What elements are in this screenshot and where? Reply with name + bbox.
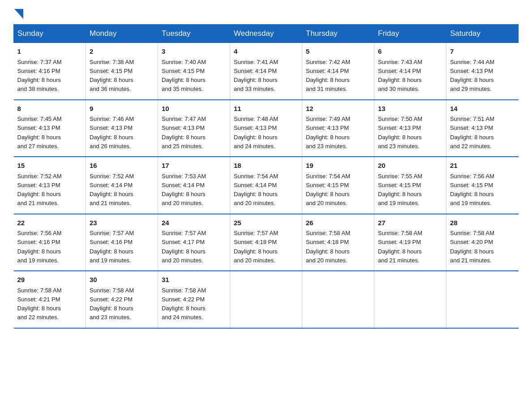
day-info: Sunrise: 7:58 AMSunset: 4:20 PMDaylight:…	[450, 230, 494, 264]
day-info: Sunrise: 7:37 AMSunset: 4:16 PMDaylight:…	[17, 59, 62, 93]
calendar-week-row: 22Sunrise: 7:56 AMSunset: 4:16 PMDayligh…	[14, 214, 519, 271]
calendar-cell: 6Sunrise: 7:43 AMSunset: 4:14 PMDaylight…	[374, 43, 446, 100]
day-number: 19	[306, 161, 370, 171]
day-number: 21	[450, 161, 515, 171]
calendar-cell: 13Sunrise: 7:50 AMSunset: 4:13 PMDayligh…	[374, 100, 446, 157]
calendar-cell: 18Sunrise: 7:54 AMSunset: 4:14 PMDayligh…	[230, 157, 302, 214]
day-info: Sunrise: 7:56 AMSunset: 4:16 PMDaylight:…	[17, 230, 62, 264]
day-info: Sunrise: 7:57 AMSunset: 4:16 PMDaylight:…	[90, 230, 134, 264]
day-number: 5	[306, 47, 370, 57]
day-info: Sunrise: 7:58 AMSunset: 4:22 PMDaylight:…	[90, 287, 134, 321]
day-info: Sunrise: 7:52 AMSunset: 4:14 PMDaylight:…	[90, 173, 134, 207]
calendar-cell: 29Sunrise: 7:58 AMSunset: 4:21 PMDayligh…	[14, 271, 86, 328]
calendar-cell: 30Sunrise: 7:58 AMSunset: 4:22 PMDayligh…	[86, 271, 158, 328]
calendar-cell: 24Sunrise: 7:57 AMSunset: 4:17 PMDayligh…	[158, 214, 230, 271]
calendar-cell: 2Sunrise: 7:38 AMSunset: 4:15 PMDaylight…	[86, 43, 158, 100]
day-info: Sunrise: 7:51 AMSunset: 4:13 PMDaylight:…	[450, 116, 494, 150]
day-number: 7	[450, 47, 515, 57]
day-number: 30	[90, 275, 154, 285]
day-info: Sunrise: 7:46 AMSunset: 4:13 PMDaylight:…	[90, 116, 134, 150]
day-info: Sunrise: 7:45 AMSunset: 4:13 PMDaylight:…	[17, 116, 62, 150]
header-day-thursday: Thursday	[302, 25, 374, 43]
calendar-cell: 27Sunrise: 7:58 AMSunset: 4:19 PMDayligh…	[374, 214, 446, 271]
calendar-table: SundayMondayTuesdayWednesdayThursdayFrid…	[13, 24, 519, 329]
calendar-cell: 1Sunrise: 7:37 AMSunset: 4:16 PMDaylight…	[14, 43, 86, 100]
calendar-cell	[230, 271, 302, 328]
calendar-cell: 31Sunrise: 7:58 AMSunset: 4:22 PMDayligh…	[158, 271, 230, 328]
calendar-cell: 26Sunrise: 7:58 AMSunset: 4:18 PMDayligh…	[302, 214, 374, 271]
calendar-cell: 9Sunrise: 7:46 AMSunset: 4:13 PMDaylight…	[86, 100, 158, 157]
day-number: 23	[90, 218, 154, 228]
day-number: 20	[378, 161, 442, 171]
day-number: 25	[234, 218, 298, 228]
calendar-cell: 10Sunrise: 7:47 AMSunset: 4:13 PMDayligh…	[158, 100, 230, 157]
day-info: Sunrise: 7:48 AMSunset: 4:13 PMDaylight:…	[234, 116, 278, 150]
day-number: 22	[17, 218, 82, 228]
calendar-cell: 25Sunrise: 7:57 AMSunset: 4:18 PMDayligh…	[230, 214, 302, 271]
calendar-cell	[446, 271, 519, 328]
day-number: 8	[17, 104, 82, 114]
header-day-tuesday: Tuesday	[158, 25, 230, 43]
calendar-cell	[374, 271, 446, 328]
header-day-monday: Monday	[86, 25, 158, 43]
calendar-cell: 17Sunrise: 7:53 AMSunset: 4:14 PMDayligh…	[158, 157, 230, 214]
calendar-week-row: 15Sunrise: 7:52 AMSunset: 4:13 PMDayligh…	[14, 157, 519, 214]
day-number: 10	[162, 104, 226, 114]
calendar-cell: 3Sunrise: 7:40 AMSunset: 4:15 PMDaylight…	[158, 43, 230, 100]
day-number: 12	[306, 104, 370, 114]
day-info: Sunrise: 7:57 AMSunset: 4:18 PMDaylight:…	[234, 230, 278, 264]
logo-arrow-icon	[14, 9, 23, 19]
day-info: Sunrise: 7:58 AMSunset: 4:19 PMDaylight:…	[378, 230, 422, 264]
calendar-cell: 7Sunrise: 7:44 AMSunset: 4:13 PMDaylight…	[446, 43, 519, 100]
calendar-cell: 16Sunrise: 7:52 AMSunset: 4:14 PMDayligh…	[86, 157, 158, 214]
day-info: Sunrise: 7:44 AMSunset: 4:13 PMDaylight:…	[450, 59, 494, 93]
day-number: 16	[90, 161, 154, 171]
day-number: 17	[162, 161, 226, 171]
day-info: Sunrise: 7:58 AMSunset: 4:22 PMDaylight:…	[162, 287, 206, 321]
calendar-week-row: 29Sunrise: 7:58 AMSunset: 4:21 PMDayligh…	[14, 271, 519, 328]
day-number: 26	[306, 218, 370, 228]
day-info: Sunrise: 7:41 AMSunset: 4:14 PMDaylight:…	[234, 59, 278, 93]
day-number: 15	[17, 161, 82, 171]
calendar-cell: 28Sunrise: 7:58 AMSunset: 4:20 PMDayligh…	[446, 214, 519, 271]
calendar-week-row: 8Sunrise: 7:45 AMSunset: 4:13 PMDaylight…	[14, 100, 519, 157]
day-number: 24	[162, 218, 226, 228]
day-info: Sunrise: 7:38 AMSunset: 4:15 PMDaylight:…	[90, 59, 134, 93]
day-info: Sunrise: 7:42 AMSunset: 4:14 PMDaylight:…	[306, 59, 350, 93]
day-info: Sunrise: 7:47 AMSunset: 4:13 PMDaylight:…	[162, 116, 206, 150]
calendar-cell: 21Sunrise: 7:56 AMSunset: 4:15 PMDayligh…	[446, 157, 519, 214]
calendar-cell: 12Sunrise: 7:49 AMSunset: 4:13 PMDayligh…	[302, 100, 374, 157]
day-info: Sunrise: 7:58 AMSunset: 4:21 PMDaylight:…	[17, 287, 62, 321]
header-day-saturday: Saturday	[446, 25, 519, 43]
day-number: 9	[90, 104, 154, 114]
day-info: Sunrise: 7:56 AMSunset: 4:15 PMDaylight:…	[450, 173, 494, 207]
day-number: 2	[90, 47, 154, 57]
day-number: 28	[450, 218, 515, 228]
day-number: 31	[162, 275, 226, 285]
day-info: Sunrise: 7:54 AMSunset: 4:15 PMDaylight:…	[306, 173, 350, 207]
calendar-cell: 5Sunrise: 7:42 AMSunset: 4:14 PMDaylight…	[302, 43, 374, 100]
calendar-cell: 4Sunrise: 7:41 AMSunset: 4:14 PMDaylight…	[230, 43, 302, 100]
calendar-cell: 22Sunrise: 7:56 AMSunset: 4:16 PMDayligh…	[14, 214, 86, 271]
day-info: Sunrise: 7:43 AMSunset: 4:14 PMDaylight:…	[378, 59, 422, 93]
day-number: 18	[234, 161, 298, 171]
day-info: Sunrise: 7:55 AMSunset: 4:15 PMDaylight:…	[378, 173, 422, 207]
day-info: Sunrise: 7:50 AMSunset: 4:13 PMDaylight:…	[378, 116, 422, 150]
calendar-cell: 23Sunrise: 7:57 AMSunset: 4:16 PMDayligh…	[86, 214, 158, 271]
day-info: Sunrise: 7:57 AMSunset: 4:17 PMDaylight:…	[162, 230, 206, 264]
day-info: Sunrise: 7:53 AMSunset: 4:14 PMDaylight:…	[162, 173, 206, 207]
day-info: Sunrise: 7:54 AMSunset: 4:14 PMDaylight:…	[234, 173, 278, 207]
calendar-header-row: SundayMondayTuesdayWednesdayThursdayFrid…	[14, 25, 519, 43]
svg-marker-0	[14, 9, 23, 19]
calendar-cell	[302, 271, 374, 328]
day-number: 6	[378, 47, 442, 57]
calendar-cell: 11Sunrise: 7:48 AMSunset: 4:13 PMDayligh…	[230, 100, 302, 157]
day-info: Sunrise: 7:58 AMSunset: 4:18 PMDaylight:…	[306, 230, 350, 264]
calendar-week-row: 1Sunrise: 7:37 AMSunset: 4:16 PMDaylight…	[14, 43, 519, 100]
logo	[13, 9, 23, 16]
day-number: 14	[450, 104, 515, 114]
day-info: Sunrise: 7:52 AMSunset: 4:13 PMDaylight:…	[17, 173, 62, 207]
day-info: Sunrise: 7:49 AMSunset: 4:13 PMDaylight:…	[306, 116, 350, 150]
day-number: 1	[17, 47, 82, 57]
day-number: 3	[162, 47, 226, 57]
